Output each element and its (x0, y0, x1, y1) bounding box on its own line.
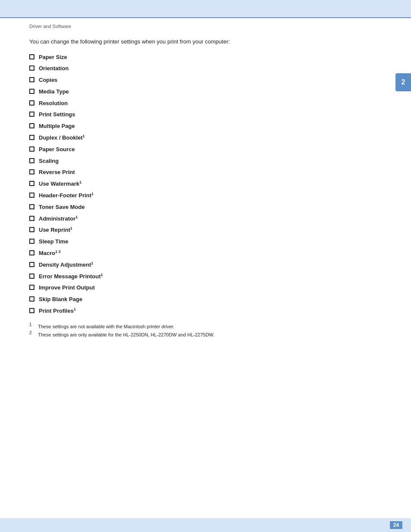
superscript: 1 (79, 180, 81, 184)
intro-text: You can change the following printer set… (29, 37, 382, 46)
superscript: 1 (70, 226, 72, 230)
list-item: Paper Source (29, 145, 382, 154)
superscript: 1 (75, 215, 78, 219)
list-item: Paper Size (29, 53, 382, 62)
bullet-icon (29, 169, 34, 174)
superscript: 1 2 (55, 249, 61, 254)
bullet-icon (29, 227, 34, 232)
item-label: Print Profiles1 (39, 307, 76, 316)
item-label: Improve Print Output (39, 283, 95, 292)
list-item: Improve Print Output (29, 283, 382, 292)
list-item: Administrator1 (29, 215, 382, 224)
footnote-number: 2 (29, 330, 35, 335)
top-banner (0, 0, 411, 18)
list-item: Duplex / Booklet1 (29, 134, 382, 143)
bottom-bar: 24 (0, 518, 411, 532)
bullet-icon (29, 146, 34, 152)
bullet-icon (29, 54, 34, 59)
item-label: Orientation (39, 64, 68, 73)
bullet-icon (29, 250, 34, 255)
footnote-number: 1 (29, 322, 35, 327)
list-item: Skip Blank Page (29, 295, 382, 304)
page-number: 24 (390, 521, 402, 529)
list-item: Use Reprint1 (29, 226, 382, 235)
list-item: Sleep Time (29, 237, 382, 246)
list-item: Multiple Page (29, 122, 382, 131)
chapter-number: 2 (402, 78, 405, 86)
bullet-icon (29, 112, 34, 117)
item-label: Density Adjustment1 (39, 261, 93, 270)
item-label: Macro1 2 (39, 249, 61, 258)
superscript: 1 (83, 134, 85, 138)
item-label: Media Type (39, 87, 69, 96)
item-label: Use Watermark1 (39, 180, 81, 189)
item-label: Administrator1 (39, 215, 78, 224)
bullet-icon (29, 296, 34, 302)
bullet-icon (29, 65, 34, 71)
footnote-item: 2These settings are only available for t… (29, 332, 382, 338)
superscript: 1 (101, 272, 103, 277)
settings-list: Paper SizeOrientationCopiesMedia TypeRes… (29, 53, 382, 316)
bullet-icon (29, 181, 34, 186)
footnote-item: 1These settings are not available with t… (29, 324, 382, 330)
footnote-text: These settings are only available for th… (38, 332, 215, 338)
list-item: Header-Footer Print1 (29, 191, 382, 200)
footnote-text: These settings are not available with th… (38, 324, 174, 330)
bullet-icon (29, 216, 34, 221)
list-item: Print Settings (29, 110, 382, 119)
list-item: Density Adjustment1 (29, 261, 382, 270)
item-label: Copies (39, 76, 57, 85)
bullet-icon (29, 193, 34, 198)
bullet-icon (29, 100, 34, 106)
list-item: Error Message Printout1 (29, 272, 382, 281)
bullet-icon (29, 135, 34, 140)
item-label: Sleep Time (39, 237, 68, 246)
item-label: Paper Source (39, 145, 75, 154)
superscript: 1 (91, 261, 93, 265)
list-item: Reverse Print (29, 168, 382, 177)
list-item: Resolution (29, 99, 382, 108)
list-item: Print Profiles1 (29, 307, 382, 316)
bullet-icon (29, 262, 34, 267)
bullet-icon (29, 204, 34, 209)
item-label: Resolution (39, 99, 68, 108)
list-item: Copies (29, 76, 382, 85)
item-label: Reverse Print (39, 168, 75, 177)
list-item: Media Type (29, 87, 382, 96)
item-label: Scaling (39, 157, 59, 166)
bullet-icon (29, 77, 34, 82)
bullet-icon (29, 239, 34, 244)
breadcrumb: Driver and Software (29, 24, 382, 29)
list-item: Macro1 2 (29, 249, 382, 258)
chapter-tab: 2 (395, 73, 411, 91)
item-label: Header-Footer Print1 (39, 191, 93, 200)
bullet-icon (29, 123, 34, 128)
item-label: Skip Blank Page (39, 295, 82, 304)
item-label: Duplex / Booklet1 (39, 134, 85, 143)
footnotes: 1These settings are not available with t… (29, 324, 382, 339)
list-item: Use Watermark1 (29, 180, 382, 189)
superscript: 1 (91, 192, 93, 196)
list-item: Scaling (29, 157, 382, 166)
item-label: Print Settings (39, 110, 75, 119)
bullet-icon (29, 274, 34, 279)
bullet-icon (29, 285, 34, 290)
bullet-icon (29, 89, 34, 94)
item-label: Toner Save Mode (39, 203, 85, 212)
item-label: Paper Size (39, 53, 67, 62)
main-content: Driver and Software You can change the f… (29, 24, 382, 506)
item-label: Multiple Page (39, 122, 75, 131)
list-item: Toner Save Mode (29, 203, 382, 212)
bullet-icon (29, 308, 34, 313)
list-item: Orientation (29, 64, 382, 73)
item-label: Use Reprint1 (39, 226, 72, 235)
superscript: 1 (74, 307, 76, 311)
item-label: Error Message Printout1 (39, 272, 103, 281)
bullet-icon (29, 158, 34, 163)
